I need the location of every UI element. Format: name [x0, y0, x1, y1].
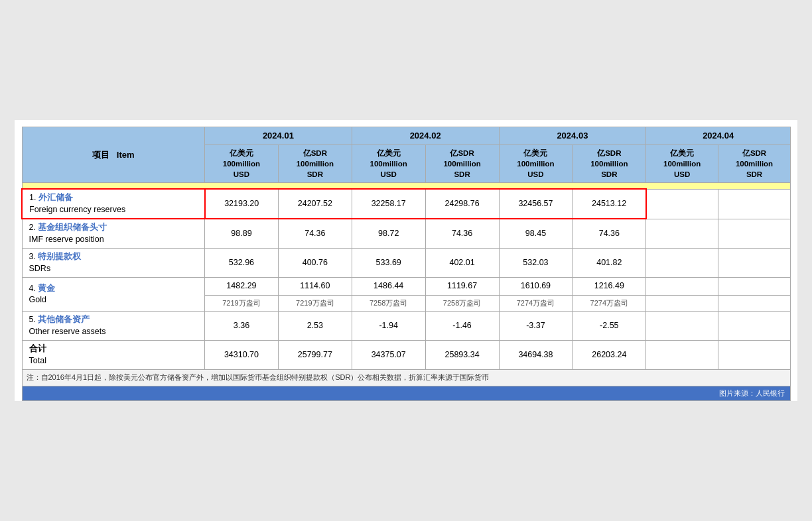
footnote-text: 注：自2016年4月1日起，除按美元公布官方储备资产外，增加以国际货币基金组织特… — [22, 370, 791, 386]
val-rt-c5: 34694.38 — [499, 341, 573, 370]
val-r4s-c3: 7258万盎司 — [352, 295, 425, 311]
item-label-3: 3. 特别提款权 SDRs — [22, 249, 205, 278]
val-r2-c1: 98.89 — [205, 219, 279, 249]
val-rt-c7 — [646, 341, 718, 370]
val-rt-c4: 25893.34 — [425, 341, 499, 370]
val-r4-c1: 1482.29 — [205, 278, 279, 296]
val-r1-c7 — [646, 189, 718, 219]
val-r4-c2: 1114.60 — [278, 278, 352, 296]
val-r1-c1: 32193.20 — [205, 189, 279, 219]
val-r4s-c1: 7219万盎司 — [205, 295, 279, 311]
val-r4s-c7 — [646, 295, 718, 311]
val-r2-c7 — [646, 219, 718, 249]
row-imf-reserve: 2. 基金组织储备头寸 IMF reserve position 98.89 7… — [22, 219, 791, 249]
row-foreign-currency-reserves: 1. 外汇储备 Foreign currency reserves 32193.… — [22, 189, 791, 219]
item-label-5: 5. 其他储备资产 Other reserve assets — [22, 312, 205, 341]
val-r1-c5: 32456.57 — [499, 189, 573, 219]
val-r1-c8 — [718, 189, 791, 219]
val-r2-c5: 98.45 — [499, 219, 573, 249]
val-r5-c6: -2.55 — [573, 312, 646, 341]
val-r3-c5: 532.03 — [499, 249, 573, 278]
unit-2404-sdr: 亿SDR 100million SDR — [718, 145, 791, 183]
val-r2-c8 — [718, 219, 791, 249]
val-r3-c7 — [646, 249, 718, 278]
unit-2403-usd: 亿美元 100million USD — [499, 145, 573, 183]
footnote-row: 注：自2016年4月1日起，除按美元公布官方储备资产外，增加以国际货币基金组织特… — [22, 370, 791, 386]
val-r2-c2: 74.36 — [278, 219, 352, 249]
val-rt-c8 — [718, 341, 791, 370]
val-r5-c8 — [718, 312, 791, 341]
row-total: 合计 Total 34310.70 25799.77 34375.07 2589… — [22, 341, 791, 370]
val-r1-c4: 24298.76 — [425, 189, 499, 219]
val-r4-c3: 1486.44 — [352, 278, 425, 296]
val-rt-c6: 26203.24 — [573, 341, 646, 370]
item-label-1: 1. 外汇储备 Foreign currency reserves — [22, 189, 205, 219]
val-r2-c3: 98.72 — [352, 219, 425, 249]
val-r4s-c2: 7219万盎司 — [278, 295, 352, 311]
val-r5-c5: -3.37 — [499, 312, 573, 341]
val-r4s-c4: 7258万盎司 — [425, 295, 499, 311]
val-rt-c3: 34375.07 — [352, 341, 425, 370]
yellow-spacer-row — [22, 183, 791, 190]
val-rt-c2: 25799.77 — [278, 341, 352, 370]
val-rt-c1: 34310.70 — [205, 341, 279, 370]
source-text: 图片来源：人民银行 — [22, 386, 791, 400]
unit-2401-usd: 亿美元 100million USD — [205, 145, 279, 183]
val-r5-c4: -1.46 — [425, 312, 499, 341]
val-r4-c8 — [718, 278, 791, 296]
period-2024-03: 2024.03 — [499, 127, 646, 145]
unit-2404-usd: 亿美元 100million USD — [646, 145, 718, 183]
val-r4s-c6: 7274万盎司 — [573, 295, 646, 311]
val-r3-c1: 532.96 — [205, 249, 279, 278]
val-r3-c8 — [718, 249, 791, 278]
item-header: 项目 Item — [22, 127, 205, 182]
val-r1-c3: 32258.17 — [352, 189, 425, 219]
unit-2402-sdr: 亿SDR 100million SDR — [425, 145, 499, 183]
val-r5-c7 — [646, 312, 718, 341]
val-r3-c2: 400.76 — [278, 249, 352, 278]
period-2024-02: 2024.02 — [352, 127, 499, 145]
val-r5-c3: -1.94 — [352, 312, 425, 341]
val-r5-c1: 3.36 — [205, 312, 279, 341]
val-r4-c6: 1216.49 — [573, 278, 646, 296]
val-r3-c6: 401.82 — [573, 249, 646, 278]
val-r1-c2: 24207.52 — [278, 189, 352, 219]
unit-2402-usd: 亿美元 100million USD — [352, 145, 425, 183]
val-r4s-c8 — [718, 295, 791, 311]
source-row: 图片来源：人民银行 — [22, 386, 791, 400]
unit-2403-sdr: 亿SDR 100million SDR — [573, 145, 646, 183]
val-r4-c7 — [646, 278, 718, 296]
item-label-4: 4. 黄金 Gold — [22, 278, 205, 312]
val-r3-c4: 402.01 — [425, 249, 499, 278]
period-2024-04: 2024.04 — [646, 127, 791, 145]
unit-2401-sdr: 亿SDR 100million SDR — [278, 145, 352, 183]
row-other-reserves: 5. 其他储备资产 Other reserve assets 3.36 2.53… — [22, 312, 791, 341]
val-r3-c3: 533.69 — [352, 249, 425, 278]
row-sdrs: 3. 特别提款权 SDRs 532.96 400.76 533.69 402.0… — [22, 249, 791, 278]
item-label-total: 合计 Total — [22, 341, 205, 370]
val-r5-c2: 2.53 — [278, 312, 352, 341]
val-r4-c4: 1119.67 — [425, 278, 499, 296]
row-gold: 4. 黄金 Gold 1482.29 1114.60 1486.44 1119.… — [22, 278, 791, 296]
val-r2-c4: 74.36 — [425, 219, 499, 249]
val-r1-c6: 24513.12 — [573, 189, 646, 219]
item-label-2: 2. 基金组织储备头寸 IMF reserve position — [22, 219, 205, 249]
val-r2-c6: 74.36 — [573, 219, 646, 249]
val-r4-c5: 1610.69 — [499, 278, 573, 296]
period-2024-01: 2024.01 — [205, 127, 352, 145]
val-r4s-c5: 7274万盎司 — [499, 295, 573, 311]
